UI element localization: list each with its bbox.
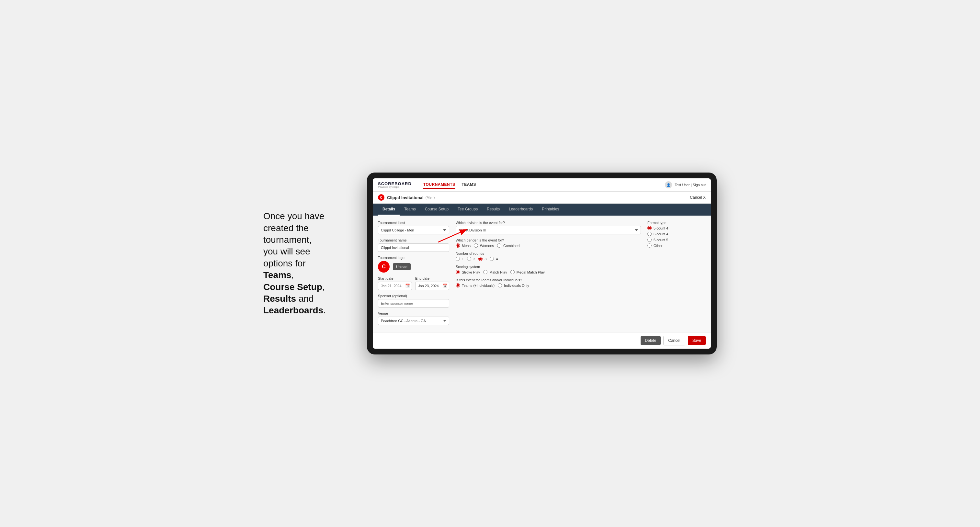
sponsor-label: Sponsor (optional) — [378, 294, 449, 298]
format-other-option[interactable]: Other — [648, 243, 706, 248]
logo-area: SCOREBOARD Powered by clippd — [378, 182, 412, 188]
teams-radio[interactable] — [456, 283, 460, 287]
tournament-host-select[interactable]: Clippd College - Men — [378, 226, 449, 234]
gender-womens-option[interactable]: Womens — [474, 243, 494, 248]
end-date-group: End date 📅 — [415, 276, 449, 290]
rounds-2-radio[interactable] — [467, 257, 471, 261]
save-button[interactable]: Save — [688, 336, 706, 345]
gender-combined-radio[interactable] — [497, 243, 501, 248]
start-date-label: Start date — [378, 276, 412, 280]
nav-tournaments[interactable]: TOURNAMENTS — [423, 181, 455, 189]
col-right: Format type 5 count 4 6 count 4 — [648, 221, 706, 327]
format-5count4-radio[interactable] — [648, 226, 652, 230]
scoring-stroke-radio[interactable] — [456, 270, 460, 274]
rounds-1-option[interactable]: 1 — [456, 257, 464, 261]
date-row: Start date 📅 End date 📅 — [378, 276, 449, 290]
gender-combined-option[interactable]: Combined — [497, 243, 519, 248]
rounds-1-radio[interactable] — [456, 257, 460, 261]
teams-option[interactable]: Teams (+Individuals) — [456, 283, 495, 287]
individuals-radio[interactable] — [498, 283, 502, 287]
content-area: Tournament Host Clippd College - Men Tou… — [373, 216, 711, 332]
format-6count5-option[interactable]: 6 count 5 — [648, 238, 706, 242]
team-individuals-group: Is this event for Teams and/or Individua… — [456, 278, 641, 287]
gender-womens-radio[interactable] — [474, 243, 478, 248]
tab-results[interactable]: Results — [482, 204, 504, 216]
left-text-block: Once you have created the tournament, yo… — [263, 210, 354, 317]
gender-group: Which gender is the event for? Mens Wome… — [456, 238, 641, 248]
calendar-icon-start: 📅 — [405, 284, 410, 288]
scoring-group: Scoring system Stroke Play Match Play — [456, 265, 641, 274]
rounds-radio-row: 1 2 3 4 — [456, 257, 641, 261]
scoring-medal-label: Medal Match Play — [517, 270, 545, 274]
format-5count4-option[interactable]: 5 count 4 — [648, 226, 706, 230]
intro-text: Once you have created the tournament, yo… — [263, 211, 326, 315]
division-select[interactable]: NCAA Division III — [456, 226, 641, 234]
tournament-host-label: Tournament Host — [378, 221, 449, 225]
tablet-frame: SCOREBOARD Powered by clippd TOURNAMENTS… — [367, 173, 717, 354]
format-6count4-radio[interactable] — [648, 232, 652, 236]
format-6count4-option[interactable]: 6 count 4 — [648, 232, 706, 236]
start-date-wrapper: 📅 — [378, 282, 412, 290]
cancel-x-button[interactable]: Cancel X — [690, 195, 706, 200]
breadcrumb-icon: C — [378, 194, 384, 201]
delete-button[interactable]: Delete — [641, 336, 661, 345]
rounds-2-option[interactable]: 2 — [467, 257, 475, 261]
logo-circle: C — [378, 261, 390, 273]
scoring-label: Scoring system — [456, 265, 641, 269]
format-radio-group: 5 count 4 6 count 4 6 count 5 — [648, 226, 706, 248]
nav-teams[interactable]: TEAMS — [462, 181, 476, 189]
tournament-name-group: Tournament name — [378, 238, 449, 252]
scoring-radio-row: Stroke Play Match Play Medal Match Play — [456, 270, 641, 274]
user-sign-out[interactable]: Test User | Sign out — [675, 183, 706, 187]
format-6count5-radio[interactable] — [648, 238, 652, 242]
upload-button[interactable]: Upload — [393, 263, 410, 270]
tab-course-setup[interactable]: Course Setup — [420, 204, 453, 216]
rounds-label: Number of rounds — [456, 252, 641, 256]
gender-mens-option[interactable]: Mens — [456, 243, 471, 248]
sponsor-input[interactable] — [378, 299, 449, 308]
tournament-logo-group: Tournament logo C Upload — [378, 256, 449, 273]
end-date-label: End date — [415, 276, 449, 280]
venue-select[interactable]: Peachtree GC - Atlanta - GA — [378, 317, 449, 325]
rounds-1-label: 1 — [462, 257, 464, 261]
rounds-4-option[interactable]: 4 — [490, 257, 498, 261]
tournament-host-group: Tournament Host Clippd College - Men — [378, 221, 449, 234]
tournament-name-input[interactable] — [378, 243, 449, 252]
logo-text: SCOREBOARD — [378, 182, 412, 186]
gender-radio-row: Mens Womens Combined — [456, 243, 641, 248]
tab-printables[interactable]: Printables — [537, 204, 563, 216]
cancel-button[interactable]: Cancel — [663, 336, 685, 345]
date-group: Start date 📅 End date 📅 — [378, 276, 449, 290]
nav-links: TOURNAMENTS TEAMS — [423, 181, 476, 189]
format-other-radio[interactable] — [648, 243, 652, 248]
scoring-stroke-option[interactable]: Stroke Play — [456, 270, 480, 274]
format-6count5-label: 6 count 5 — [654, 238, 668, 242]
tournament-logo-label: Tournament logo — [378, 256, 449, 260]
division-group: Which division is the event for? NCAA Di… — [456, 221, 641, 234]
rounds-3-radio[interactable] — [478, 257, 482, 261]
bold-leaderboards: Leaderboards — [263, 305, 323, 315]
team-individuals-label: Is this event for Teams and/or Individua… — [456, 278, 641, 282]
logo-upload-area: C Upload — [378, 261, 449, 273]
tournament-name-label: Tournament name — [378, 238, 449, 242]
individuals-label: Individuals Only — [504, 284, 529, 287]
scoring-medal-option[interactable]: Medal Match Play — [511, 270, 545, 274]
page-wrapper: Once you have created the tournament, yo… — [263, 173, 717, 354]
format-5count4-label: 5 count 4 — [654, 226, 668, 230]
individuals-option[interactable]: Individuals Only — [498, 283, 529, 287]
tab-leaderboards[interactable]: Leaderboards — [504, 204, 537, 216]
tab-tee-groups[interactable]: Tee Groups — [453, 204, 482, 216]
format-label: Format type — [648, 221, 706, 225]
gender-womens-label: Womens — [480, 244, 494, 248]
tab-details[interactable]: Details — [378, 204, 399, 216]
scoring-match-option[interactable]: Match Play — [483, 270, 507, 274]
breadcrumb-bar: C Clippd Invitational (Men) Cancel X — [373, 192, 711, 204]
scoring-medal-radio[interactable] — [511, 270, 515, 274]
gender-mens-radio[interactable] — [456, 243, 460, 248]
scoring-match-radio[interactable] — [483, 270, 487, 274]
gender-mens-label: Mens — [462, 244, 471, 248]
rounds-4-radio[interactable] — [490, 257, 494, 261]
rounds-2-label: 2 — [473, 257, 475, 261]
tab-teams[interactable]: Teams — [399, 204, 420, 216]
rounds-3-option[interactable]: 3 — [478, 257, 487, 261]
